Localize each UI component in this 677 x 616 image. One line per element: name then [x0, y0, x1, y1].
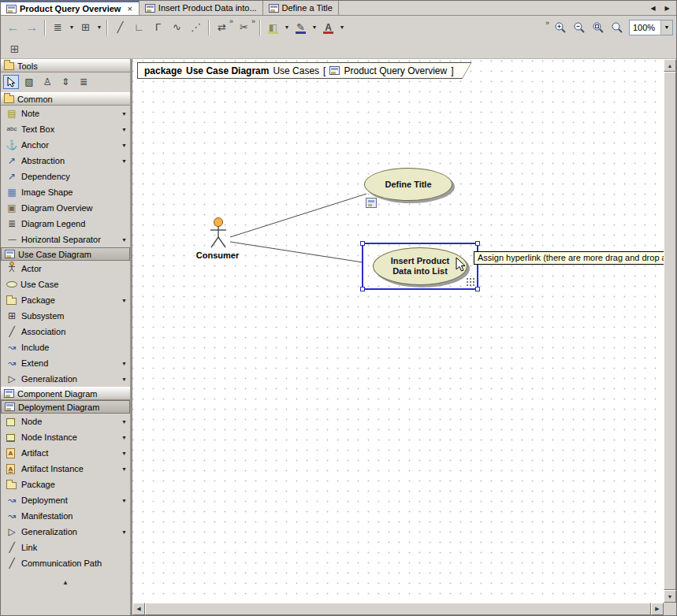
- distribute-tool-button[interactable]: [58, 75, 73, 89]
- oblique-path-button[interactable]: [111, 19, 129, 36]
- palette-item-deployment[interactable]: ↝Deployment▼: [1, 492, 130, 508]
- palette-section-use-case-diagram[interactable]: Use Case Diagram: [1, 247, 130, 261]
- horizontal-scrollbar[interactable]: [132, 603, 664, 615]
- tab-scroll-left-icon[interactable]: [647, 2, 659, 14]
- resize-handle[interactable]: [360, 287, 365, 291]
- forward-button[interactable]: [23, 19, 41, 36]
- chevron-down-icon[interactable]: [283, 19, 291, 36]
- align-button[interactable]: [49, 19, 67, 36]
- chevron-down-icon[interactable]: ▼: [119, 451, 127, 456]
- palette-section-deployment-diagram[interactable]: Deployment Diagram: [1, 400, 130, 414]
- tab-scroll-right-icon[interactable]: [661, 2, 673, 14]
- close-icon[interactable]: [126, 5, 132, 13]
- diagram-structure-button[interactable]: [6, 40, 24, 58]
- palette-item-extend[interactable]: ↝Extend▼: [1, 355, 130, 371]
- tab-product-query-overview[interactable]: Product Query Overview: [1, 1, 139, 15]
- chevron-down-icon[interactable]: ▼: [119, 143, 127, 148]
- palette-section-component-diagram[interactable]: Component Diagram: [1, 387, 130, 400]
- rounded-path-button[interactable]: [149, 19, 167, 36]
- chevron-down-icon[interactable]: [68, 19, 76, 36]
- drag-grip-icon[interactable]: [466, 277, 476, 288]
- palette-item-abstraction[interactable]: ↗Abstraction▼: [1, 153, 130, 169]
- actor-consumer[interactable]: [206, 217, 230, 250]
- layout-tool-button[interactable]: [76, 75, 91, 89]
- palette-item-link[interactable]: ╱Link: [1, 540, 130, 555]
- scroll-left-icon[interactable]: [132, 603, 145, 615]
- palette-item-communication-path[interactable]: ╱Communication Path: [1, 555, 130, 571]
- zoom-level-select[interactable]: 100%: [629, 20, 673, 35]
- chevron-down-icon[interactable]: ▼: [119, 529, 127, 535]
- scroll-right-icon[interactable]: [651, 603, 664, 615]
- hyperlink-badge-icon[interactable]: [366, 198, 377, 208]
- chevron-down-icon[interactable]: ▼: [119, 419, 127, 425]
- palette-item-include[interactable]: ↝Include: [1, 340, 130, 355]
- tab-define-a-title[interactable]: Define a Title: [263, 1, 339, 15]
- usecase-define-title[interactable]: Define Title: [364, 168, 452, 201]
- font-color-button[interactable]: [319, 19, 337, 36]
- palette-item-generalization[interactable]: ▷Generalization▼: [1, 524, 130, 540]
- zoom-fit-button[interactable]: [589, 19, 607, 36]
- marquee-select-tool-button[interactable]: [21, 75, 37, 89]
- layout-button[interactable]: [76, 19, 95, 36]
- vertical-scrollbar[interactable]: [664, 59, 676, 603]
- palette-item-association[interactable]: ╱Association: [1, 324, 130, 340]
- palette-collapse-button[interactable]: [1, 576, 130, 588]
- overflow-icon[interactable]: [545, 19, 549, 27]
- palette-item-node[interactable]: Node▼: [1, 414, 130, 429]
- scroll-down-icon[interactable]: [664, 590, 676, 603]
- dashed-path-button[interactable]: [187, 19, 205, 36]
- diagram-canvas[interactable]: package Use Case Diagram Use Cases [ Pro…: [132, 59, 664, 603]
- select-tool-button[interactable]: [3, 75, 19, 89]
- element-tool-button[interactable]: [39, 75, 55, 89]
- cut-button[interactable]: [235, 19, 253, 36]
- bezier-path-button[interactable]: [168, 19, 186, 36]
- chevron-down-icon[interactable]: ▼: [119, 237, 127, 243]
- zoom-out-button[interactable]: [570, 19, 588, 36]
- palette-item-text-box[interactable]: abcText Box▼: [1, 121, 130, 137]
- palette-item-artifact-instance[interactable]: AArtifact Instance▼: [1, 461, 130, 477]
- palette-item-image-shape[interactable]: ▦Image Shape: [1, 184, 130, 200]
- palette-item-manifestation[interactable]: ↝Manifestation: [1, 508, 130, 524]
- chevron-down-icon[interactable]: ▼: [119, 158, 127, 164]
- palette-item-anchor[interactable]: ⚓Anchor▼: [1, 137, 130, 153]
- chevron-down-icon[interactable]: ▼: [119, 298, 127, 303]
- actor-label[interactable]: Consumer: [191, 250, 244, 260]
- palette-item-artifact[interactable]: AArtifact▼: [1, 445, 130, 461]
- chevron-down-icon[interactable]: ▼: [119, 466, 127, 472]
- palette-section-common[interactable]: Common: [1, 92, 130, 106]
- zoom-actual-button[interactable]: [608, 19, 626, 36]
- chevron-down-icon[interactable]: [95, 19, 103, 36]
- chevron-down-icon[interactable]: ▼: [119, 435, 127, 440]
- chevron-down-icon[interactable]: ▼: [119, 498, 127, 503]
- tab-insert-product-data[interactable]: Insert Product Data into...: [139, 1, 263, 15]
- palette-item-horizontal-separator[interactable]: -----Horizontal Separator▼: [1, 232, 130, 247]
- palette-item-generalization[interactable]: ▷Generalization▼: [1, 371, 130, 387]
- palette-item-node-instance[interactable]: Node Instance▼: [1, 429, 130, 445]
- palette-item-package[interactable]: Package: [1, 477, 130, 492]
- palette-section-tools[interactable]: Tools: [1, 59, 130, 72]
- zoom-in-button[interactable]: [551, 19, 569, 36]
- scroll-up-icon[interactable]: [664, 59, 676, 72]
- rectilinear-path-button[interactable]: [130, 19, 148, 36]
- chevron-down-icon[interactable]: ▼: [119, 361, 127, 366]
- line-color-button[interactable]: [292, 19, 310, 36]
- palette-item-subsystem[interactable]: ⊞Subsystem: [1, 308, 130, 324]
- palette-item-package[interactable]: Package▼: [1, 292, 130, 308]
- horizontal-scroll-thumb[interactable]: [145, 603, 651, 615]
- chevron-down-icon[interactable]: ▼: [119, 111, 127, 117]
- resize-handle[interactable]: [360, 241, 365, 246]
- chevron-down-icon[interactable]: [311, 19, 318, 36]
- palette-item-actor[interactable]: Actor: [1, 261, 130, 276]
- palette-item-note[interactable]: ▤Note▼: [1, 106, 130, 121]
- chevron-down-icon[interactable]: ▼: [119, 377, 127, 382]
- chevron-down-icon[interactable]: [338, 19, 346, 36]
- palette-item-dependency[interactable]: ↗Dependency: [1, 169, 130, 184]
- palette-item-diagram-legend[interactable]: ≣Diagram Legend: [1, 216, 130, 232]
- vertical-scroll-thumb[interactable]: [664, 72, 676, 590]
- palette-item-use-case[interactable]: Use Case: [1, 276, 130, 292]
- fill-color-button[interactable]: [264, 19, 282, 36]
- palette-item-diagram-overview[interactable]: ▣Diagram Overview: [1, 200, 130, 216]
- dependency-tool-button[interactable]: [213, 19, 231, 36]
- resize-handle[interactable]: [475, 241, 480, 246]
- back-button[interactable]: [4, 19, 22, 36]
